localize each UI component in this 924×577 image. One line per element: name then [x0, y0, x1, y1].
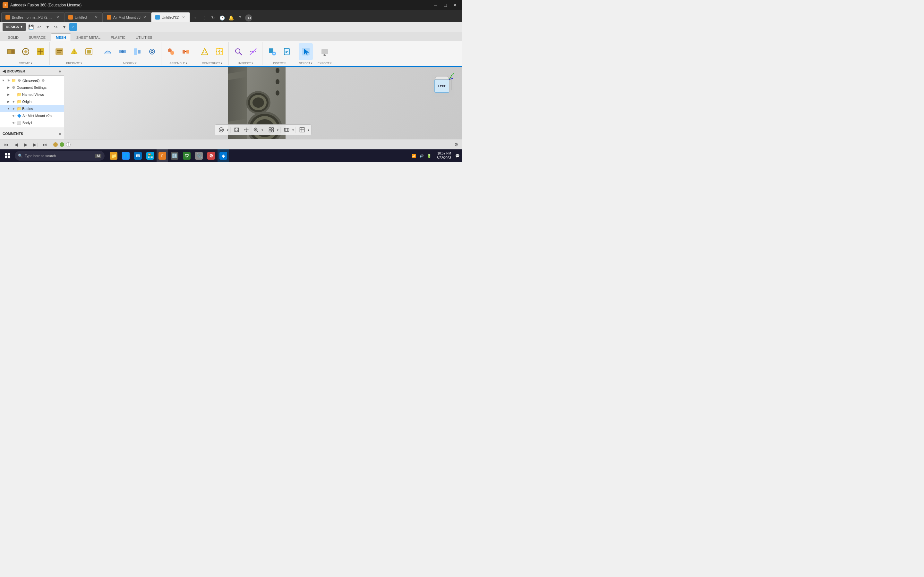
- tree-item-airmistbody[interactable]: 👁 🔷 Air Mist Mount v2a: [0, 112, 64, 119]
- modify-dropdown-icon[interactable]: ▾: [135, 61, 137, 65]
- tree-item-unsaved[interactable]: ▼ 👁 📁 ⚙ (Unsaved) ⚙: [0, 77, 64, 84]
- vp-grid-btn[interactable]: [298, 126, 306, 134]
- save-button[interactable]: 💾: [27, 23, 35, 31]
- close-button[interactable]: ✕: [451, 1, 459, 10]
- prepare-btn-3[interactable]: [82, 43, 96, 60]
- tree-settings-icon[interactable]: ⚙: [42, 79, 45, 83]
- browser-close-icon[interactable]: ●: [59, 69, 61, 74]
- insert-btn-1[interactable]: [265, 43, 279, 60]
- vp-fit-btn[interactable]: [233, 126, 241, 134]
- tab-utilities[interactable]: UTILITIES: [131, 33, 157, 41]
- nav-cube[interactable]: Y LEFT: [430, 73, 456, 99]
- insert-dropdown-icon[interactable]: ▾: [284, 61, 286, 65]
- taskbar-icon-explorer[interactable]: 📁: [108, 149, 120, 162]
- vp-pan-btn[interactable]: [242, 126, 250, 134]
- taskbar-icon-vscode[interactable]: ◈: [218, 149, 229, 162]
- tab-sheet-metal[interactable]: SHEET METAL: [71, 33, 105, 41]
- tab-close-untitled1[interactable]: ✕: [181, 15, 186, 19]
- construct-btn-1[interactable]: [198, 43, 212, 60]
- tab-plastic[interactable]: PLASTIC: [106, 33, 130, 41]
- vp-view-btn[interactable]: [267, 126, 276, 134]
- taskbar-battery-icon[interactable]: 🔋: [426, 153, 433, 159]
- tab-close-untitled[interactable]: ✕: [94, 15, 99, 19]
- select-dropdown-icon[interactable]: ▾: [311, 61, 312, 65]
- taskbar-network-icon[interactable]: 📶: [411, 153, 417, 159]
- modify-btn-1[interactable]: [101, 43, 115, 60]
- modify-btn-3[interactable]: [130, 43, 144, 60]
- modify-btn-4[interactable]: [145, 43, 159, 60]
- taskbar-icon-store[interactable]: 🏪: [144, 149, 156, 162]
- search-bar[interactable]: 🔍 Type here to search Ai: [15, 151, 105, 161]
- vp-grid-dropdown[interactable]: ▾: [308, 128, 309, 132]
- tree-eye-bodies[interactable]: 👁: [11, 106, 16, 111]
- taskbar-icon-misc1[interactable]: 📎: [193, 149, 205, 162]
- create-btn-3[interactable]: [33, 43, 47, 60]
- vp-zoom-dropdown[interactable]: ▾: [262, 128, 263, 132]
- taskbar-icon-calc[interactable]: 🔢: [169, 149, 180, 162]
- vp-display-btn[interactable]: [283, 126, 291, 134]
- history-button[interactable]: 🕐: [218, 14, 226, 22]
- modify-btn-2[interactable]: [115, 43, 129, 60]
- tree-item-namedviews[interactable]: ▶ 👁 📁 Named Views: [0, 91, 64, 98]
- undo-dropdown[interactable]: ▾: [44, 23, 51, 31]
- tree-eye-unsaved[interactable]: 👁: [6, 78, 11, 83]
- tab-airmist[interactable]: Air Mist Mount v3 ✕: [103, 12, 151, 22]
- create-btn-1[interactable]: [4, 43, 18, 60]
- tab-options-button[interactable]: ⋮: [200, 14, 208, 22]
- tab-bristles[interactable]: Bristles - printe...PU (2.4 thick) v2 ✕: [1, 12, 64, 22]
- tree-eye-body1[interactable]: 👁: [11, 121, 16, 125]
- minimize-button[interactable]: ─: [431, 1, 440, 10]
- insert-btn-2[interactable]: [280, 43, 294, 60]
- user-button[interactable]: DJ: [245, 15, 252, 21]
- taskbar-volume-icon[interactable]: 🔊: [418, 153, 425, 159]
- tab-surface[interactable]: SURFACE: [24, 33, 50, 41]
- timeline-prev-btn[interactable]: ◀: [12, 141, 20, 148]
- maximize-button[interactable]: □: [441, 1, 450, 10]
- timeline-next-btn[interactable]: ▶|: [31, 141, 39, 148]
- taskbar-icon-security[interactable]: 🛡: [181, 149, 192, 162]
- tree-item-bodies[interactable]: ▼ 👁 📁 Bodies: [0, 105, 64, 112]
- redo-dropdown[interactable]: ▾: [60, 23, 68, 31]
- clock[interactable]: 10:57 PM 8/22/2023: [435, 151, 454, 160]
- tab-close-bristles[interactable]: ✕: [55, 15, 60, 19]
- tree-eye-airmistbody[interactable]: 👁: [11, 113, 16, 118]
- vp-zoom-btn[interactable]: [252, 126, 260, 134]
- prepare-btn-1[interactable]: [52, 43, 66, 60]
- assemble-btn-2[interactable]: [179, 43, 193, 60]
- tab-untitled1[interactable]: Untitled*(1) ✕: [151, 12, 190, 22]
- taskbar-icon-misc2[interactable]: ⚙: [205, 149, 217, 162]
- help-button[interactable]: ?: [236, 14, 244, 22]
- tree-item-body1[interactable]: 👁 ⬜ Body1: [0, 119, 64, 126]
- vp-orbit-dropdown[interactable]: ▾: [227, 128, 228, 132]
- timeline-last-btn[interactable]: ⏭: [41, 141, 49, 148]
- create-dropdown-icon[interactable]: ▾: [31, 61, 32, 65]
- redo-button[interactable]: ↪: [52, 23, 60, 31]
- viewport[interactable]: Y LEFT ▾ ▾: [64, 67, 462, 139]
- assemble-btn-1[interactable]: [164, 43, 178, 60]
- inspect-btn-2[interactable]: [246, 43, 260, 60]
- comments-close[interactable]: ●: [59, 131, 61, 136]
- select-btn-1[interactable]: [299, 43, 313, 60]
- vp-orbit-btn[interactable]: [217, 126, 226, 134]
- timeline-first-btn[interactable]: ⏮: [3, 141, 10, 148]
- assemble-dropdown-icon[interactable]: ▾: [186, 61, 187, 65]
- new-tab-button[interactable]: ＋: [191, 14, 199, 22]
- timeline-settings-btn[interactable]: ⚙: [453, 141, 459, 148]
- tab-mesh[interactable]: MESH: [51, 33, 71, 41]
- home-button[interactable]: ⌂: [69, 23, 77, 31]
- tree-item-origin[interactable]: ▶ 👁 📁 Origin: [0, 98, 64, 105]
- taskbar-icon-fusion[interactable]: F: [157, 149, 168, 162]
- create-btn-2[interactable]: [19, 43, 33, 60]
- inspect-dropdown-icon[interactable]: ▾: [252, 61, 253, 65]
- construct-dropdown-icon[interactable]: ▾: [221, 61, 222, 65]
- design-button[interactable]: DESIGN ▾: [3, 23, 26, 31]
- prepare-btn-2[interactable]: [67, 43, 81, 60]
- notification-button[interactable]: 🔔: [227, 14, 235, 22]
- vp-display-dropdown[interactable]: ▾: [292, 128, 294, 132]
- tab-solid[interactable]: SOLID: [3, 33, 23, 41]
- tab-untitled[interactable]: Untitled ✕: [64, 12, 103, 22]
- undo-button[interactable]: ↩: [35, 23, 43, 31]
- browser-collapse-icon[interactable]: ◀: [3, 69, 5, 73]
- taskbar-icon-mail[interactable]: ✉: [132, 149, 144, 162]
- construct-btn-2[interactable]: [212, 43, 226, 60]
